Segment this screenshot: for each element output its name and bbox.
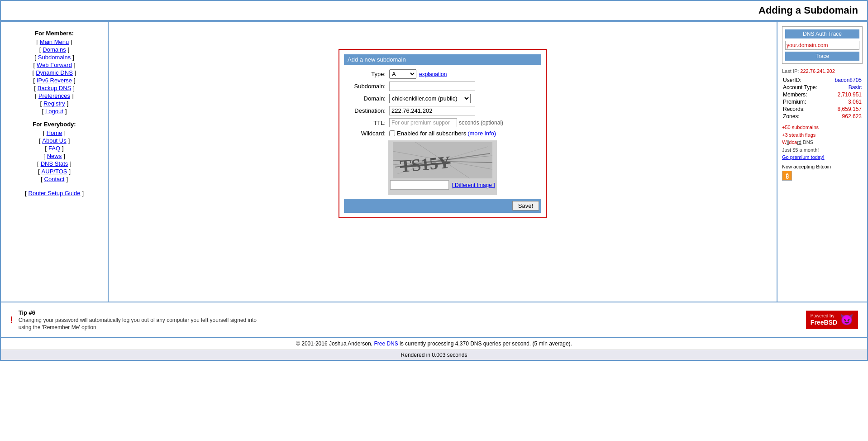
logout-link[interactable]: Logout — [45, 108, 63, 115]
wildcard-text: Enabled for all subscribers — [397, 130, 466, 137]
type-select[interactable]: A AAAA CNAME MX TXT — [389, 69, 416, 79]
sidebar-item-preferences: [Preferences] — [1, 92, 108, 99]
domains-link[interactable]: Domains — [43, 46, 66, 53]
wildcard-checkbox[interactable] — [389, 130, 395, 136]
ttl-row: TTL: seconds (optional) — [344, 118, 541, 127]
go-premium-link[interactable]: Go premium today! — [782, 154, 825, 160]
subdomains-link[interactable]: Subdomains — [38, 54, 71, 61]
info-table: UserID: bacon8705 Account Type: Basic Me… — [782, 77, 863, 120]
captcha-image: TS15Y — [393, 142, 492, 178]
sidebar-item-main-menu: [Main Menu] — [1, 38, 108, 45]
page-title: Adding a Subdomain — [10, 5, 858, 16]
members-row: Members: 2,710,951 — [782, 91, 863, 98]
copyright-text: © 2001-2016 Joshua Anderson, Free DNS is… — [296, 340, 572, 347]
trace-button[interactable]: Trace — [785, 52, 859, 61]
zones-value: 962,623 — [827, 113, 863, 120]
promo2: +3 stealth flags — [782, 132, 816, 138]
form-title: Add a new subdomain — [344, 54, 541, 65]
about-link[interactable]: About Us — [42, 137, 66, 144]
dynamic-dns-link[interactable]: Dynamic DNS — [36, 69, 73, 76]
promo-text: +50 subdomains +3 stealth flags Wildcard… — [782, 124, 863, 161]
tip-text2: using the 'Remember Me' option — [19, 324, 806, 331]
aup-link[interactable]: AUP/TOS — [42, 168, 67, 175]
sidebar-item-domains: [Domains] — [1, 46, 108, 53]
dns-trace-title: DNS Auth Trace — [785, 29, 859, 38]
tip-icon: ! — [10, 315, 13, 325]
account-type-label: Account Type: — [782, 84, 827, 91]
account-type-row: Account Type: Basic — [782, 84, 863, 91]
preferences-link[interactable]: Preferences — [38, 92, 70, 99]
sidebar-item-router-guide: [Router Setup Guide] — [1, 190, 108, 197]
save-row: Save! — [344, 199, 541, 213]
members-label: Members: — [782, 91, 827, 98]
userid-label: UserID: — [782, 77, 827, 84]
freedns-link[interactable]: Free DNS — [374, 340, 398, 347]
freebsd-demon-icon: 😈 — [840, 313, 854, 326]
different-image-button[interactable]: [ Different Image ] — [452, 182, 495, 188]
add-subdomain-form: Add a new subdomain Type: A AAAA CNAME M… — [339, 49, 547, 218]
contact-link[interactable]: Contact — [44, 176, 65, 182]
tip-content: Tip #6 Changing your password will autom… — [19, 309, 806, 331]
last-ip-value: 222.76.241.202 — [800, 68, 835, 74]
wildcard-row: Wildcard: Enabled for all subscribers (m… — [344, 130, 541, 137]
sidebar-item-backup-dns: [Backup DNS] — [1, 85, 108, 91]
account-type-value: Basic — [827, 84, 863, 91]
ttl-input[interactable] — [389, 118, 457, 127]
premium-label: Premium: — [782, 98, 827, 105]
sidebar-item-subdomains: [Subdomains] — [1, 54, 108, 61]
explanation-link[interactable]: explanation — [419, 71, 447, 77]
sidebar-item-registry: [Registry] — [1, 100, 108, 107]
destination-label: Destination: — [344, 107, 389, 114]
records-label: Records: — [782, 105, 827, 113]
sidebar-item-web-forward: [Web Forward] — [1, 62, 108, 68]
sidebar-item-aup: [AUP/TOS] — [1, 168, 108, 175]
promo1: +50 subdomains — [782, 125, 819, 130]
dns-stats-link[interactable]: DNS Stats — [41, 160, 68, 167]
zones-label: Zones: — [782, 113, 827, 120]
bitcoin-label: Now accepting Bitcoin — [782, 164, 831, 169]
registry-link[interactable]: Registry — [43, 100, 65, 107]
records-value: 8,659,157 — [827, 105, 863, 113]
save-button[interactable]: Save! — [512, 201, 539, 211]
members-section-title: For Members: — [1, 30, 108, 37]
domain-row: Domain: chickenkiller.com (public) — [344, 94, 541, 103]
userid-row: UserID: bacon8705 — [782, 77, 863, 84]
sidebar-item-news: [News] — [1, 153, 108, 159]
sidebar-item-faq: [FAQ] — [1, 145, 108, 152]
sidebar-item-dns-stats: [DNS Stats] — [1, 160, 108, 167]
everybody-section-title: For Everybody: — [1, 121, 108, 128]
main-menu-link[interactable]: Main Menu — [40, 38, 69, 45]
ttl-suffix: seconds (optional) — [459, 120, 503, 126]
router-guide-link[interactable]: Router Setup Guide — [29, 190, 81, 197]
wildcard-label: Wildcard: — [344, 130, 389, 137]
news-link[interactable]: News — [47, 153, 62, 159]
captcha-input[interactable] — [390, 180, 449, 190]
more-info-link[interactable]: (more info) — [467, 130, 496, 137]
dns-trace-box: DNS Auth Trace Trace — [782, 26, 863, 64]
sidebar-item-logout: [Logout] — [1, 108, 108, 115]
sidebar-item-ipv6: [IPv6 Reverse] — [1, 77, 108, 84]
domain-label: Domain: — [344, 95, 389, 102]
faq-link[interactable]: FAQ — [48, 145, 60, 152]
footer-copyright: © 2001-2016 Joshua Anderson, Free DNS is… — [1, 338, 867, 350]
ipv6-link[interactable]: IPv6 Reverse — [37, 77, 72, 84]
sidebar-item-about: [About Us] — [1, 137, 108, 144]
web-forward-link[interactable]: Web Forward — [37, 62, 72, 68]
captcha-area: TS15Y [ Different Image ] — [344, 140, 541, 195]
freebsd-logo: Powered by FreeBSD 😈 — [806, 311, 858, 329]
subdomain-label: Subdomain: — [344, 83, 389, 90]
ttl-label: TTL: — [344, 120, 389, 126]
dns-trace-input[interactable] — [785, 41, 859, 50]
destination-input[interactable] — [389, 106, 475, 115]
footer-rendered: Rendered in 0.003 seconds — [1, 350, 867, 360]
domain-select[interactable]: chickenkiller.com (public) — [389, 94, 471, 103]
promo4: Just $5 a month! — [782, 147, 819, 153]
last-ip-row: Last IP: 222.76.241.202 — [782, 68, 863, 74]
backup-dns-link[interactable]: Backup DNS — [38, 85, 71, 91]
records-row: Records: 8,659,157 — [782, 105, 863, 113]
home-link[interactable]: Home — [47, 129, 62, 136]
type-label: Type: — [344, 71, 389, 77]
sidebar-item-dynamic-dns: [Dynamic DNS] — [1, 69, 108, 76]
sidebar-item-home: [Home] — [1, 129, 108, 136]
subdomain-input[interactable] — [389, 81, 475, 91]
